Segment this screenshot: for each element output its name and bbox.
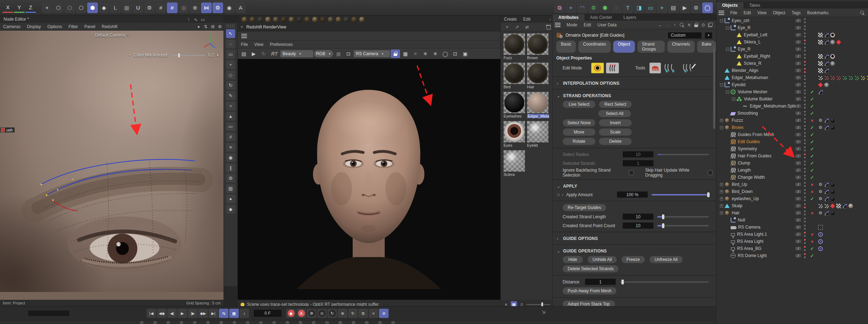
tree-row[interactable]: −Volume Builder✓ xyxy=(716,95,868,103)
ca-icon[interactable]: ∿ xyxy=(192,16,199,23)
delete-button[interactable]: Delete xyxy=(599,138,632,145)
hamburger-icon[interactable] xyxy=(555,23,561,27)
enabled-check-icon[interactable]: ✓ xyxy=(810,132,815,137)
selection-tag-icon[interactable] xyxy=(861,75,865,80)
selection-tag-icon[interactable] xyxy=(836,75,841,80)
object-name[interactable]: RS Camera xyxy=(738,225,761,230)
layer-toggle-icon[interactable] xyxy=(795,83,801,87)
rotate-tool-icon[interactable]: ↻ xyxy=(226,81,235,90)
expand-toggle-icon[interactable]: + xyxy=(720,183,723,186)
tool-brush-strands-button[interactable] xyxy=(663,63,679,73)
tree-row[interactable]: +Hair×⚙ xyxy=(716,209,868,216)
visibility-dots-icon[interactable] xyxy=(804,125,806,130)
axis-manager-icon[interactable]: ⌖ xyxy=(565,2,576,13)
layer-toggle-icon[interactable] xyxy=(795,26,801,30)
restart-render-icon[interactable]: ↻ xyxy=(259,49,268,58)
tree-row[interactable]: Length✓ xyxy=(716,167,868,174)
keyframe-settings-button[interactable]: ⚙ xyxy=(307,309,316,318)
visibility-dots-icon[interactable] xyxy=(804,153,806,158)
edit-mode-strands-button[interactable] xyxy=(606,63,619,73)
select-none-button[interactable]: Select None xyxy=(563,119,595,126)
material-item[interactable]: Eyes xyxy=(504,121,526,150)
layer-toggle-icon[interactable] xyxy=(795,218,801,222)
fit-view-icon[interactable]: ▣ xyxy=(461,49,470,58)
material-item[interactable]: Bird xyxy=(504,63,526,92)
tab-objects[interactable]: Objects xyxy=(716,2,743,9)
enabled-check-icon[interactable]: ✓ xyxy=(810,89,815,95)
proptab-basic[interactable]: Basic xyxy=(556,41,576,53)
enabled-check-icon[interactable]: ✓ xyxy=(810,104,815,109)
hide-button[interactable]: Hide xyxy=(563,256,583,263)
simulation-tag-icon[interactable]: ⚙ xyxy=(818,118,823,123)
tree-row[interactable]: +Fuzzz×⚙ xyxy=(716,117,868,124)
tree-row[interactable]: +eyelashes_Up✓⚙ xyxy=(716,195,868,202)
goto-end-button[interactable]: ▶| xyxy=(209,309,218,318)
layer-toggle-icon[interactable] xyxy=(795,225,801,229)
record-pla-button[interactable]: ⧉ xyxy=(358,309,368,318)
tree-row[interactable]: Change Width✓ xyxy=(716,174,868,181)
apply-amount-slider[interactable] xyxy=(652,194,709,195)
tree-row[interactable]: Null xyxy=(716,216,868,224)
layer-toggle-icon[interactable] xyxy=(795,211,801,215)
target-icon[interactable]: ⊙ xyxy=(700,22,707,28)
obj-menu-object[interactable]: Object xyxy=(770,10,789,15)
layer-toggle-icon[interactable] xyxy=(795,54,801,58)
primitive-cube-icon[interactable]: ◨ xyxy=(634,2,645,13)
view-tool-icon[interactable]: ▤ xyxy=(226,184,235,193)
visibility-dots-icon[interactable] xyxy=(804,61,806,66)
apply-amount-field[interactable]: 100 % xyxy=(617,191,648,198)
tree-row[interactable]: Clump✓ xyxy=(716,160,868,167)
selection-tag-icon[interactable] xyxy=(818,75,823,80)
obj-menu-view[interactable]: View xyxy=(754,10,770,15)
object-name[interactable]: RS Area_BG xyxy=(737,246,762,251)
object-name[interactable]: Sclera_R xyxy=(744,61,761,66)
freeze-button[interactable]: Freeze xyxy=(621,256,645,263)
point-count-slider[interactable] xyxy=(657,225,709,226)
brush-icon[interactable] xyxy=(359,17,365,22)
enabled-check-icon[interactable]: ✓ xyxy=(810,153,815,159)
symmetry-toggle-icon[interactable]: ⋈ xyxy=(201,2,212,13)
simulation-tag-icon[interactable]: ⚙ xyxy=(818,125,823,130)
selection-tag-icon[interactable] xyxy=(842,75,847,80)
menu-display[interactable]: Display xyxy=(24,24,44,29)
expand-icon[interactable]: ⇲ xyxy=(542,309,547,315)
camera-tag-icon[interactable] xyxy=(818,225,823,230)
retarget-guides-button[interactable]: Re-Target Guides xyxy=(563,204,606,211)
visibility-dots-icon[interactable] xyxy=(804,203,806,208)
visibility-dots-icon[interactable] xyxy=(804,47,806,52)
object-name[interactable]: Hair From Guides xyxy=(738,153,772,158)
section-strand-operations[interactable]: ⌄STRAND OPERATIONS xyxy=(553,91,716,100)
preset-dropdown-arrow[interactable]: ▾ xyxy=(705,32,712,39)
tree-row[interactable]: −Volume Mesher✓ xyxy=(716,88,868,95)
object-name[interactable]: Brows xyxy=(732,125,743,130)
history-back-icon[interactable]: ← xyxy=(657,22,664,28)
select-tool-icon[interactable]: ↖ xyxy=(226,29,235,38)
layer-toggle-icon[interactable] xyxy=(795,126,801,129)
sculpt-tool-icon[interactable]: ≈ xyxy=(226,101,235,110)
redshift-material-tag-icon[interactable] xyxy=(830,203,835,209)
object-name[interactable]: Blender_Align xyxy=(732,68,758,73)
material-preview[interactable] xyxy=(527,33,548,55)
material-label[interactable]: Eyes xyxy=(504,143,526,147)
loop-playback-button[interactable]: ⇆ xyxy=(219,309,228,318)
tree-row[interactable]: −Eye_R xyxy=(716,24,868,31)
phong-tag-icon[interactable] xyxy=(824,40,829,45)
proptab-strand-groups[interactable]: Strand Groups xyxy=(637,41,665,53)
frame-field[interactable]: 0 F xyxy=(253,309,282,317)
spline-rect-icon[interactable]: ▭ xyxy=(645,2,656,13)
phong-tag-icon[interactable] xyxy=(824,197,829,201)
record-scale-button[interactable]: ⊕ xyxy=(338,309,347,318)
phong-tag-icon[interactable] xyxy=(824,54,829,59)
material-label[interactable]: Sclera xyxy=(504,172,526,177)
brush-icon[interactable] xyxy=(312,17,318,22)
disabled-cross-icon[interactable]: × xyxy=(810,189,815,194)
record-rotation-button[interactable]: ↻ xyxy=(327,309,337,318)
visibility-dots-icon[interactable] xyxy=(804,210,806,215)
layer-toggle-icon[interactable] xyxy=(795,176,801,179)
phong-tag-icon[interactable] xyxy=(824,182,829,187)
brush-icon[interactable] xyxy=(281,17,286,22)
play-mode-button[interactable]: ▦ xyxy=(229,309,239,318)
redshift-icon[interactable]: ◯ xyxy=(702,2,713,13)
uv-tag-icon[interactable] xyxy=(818,54,823,59)
proptab-object[interactable]: Object xyxy=(613,41,635,53)
